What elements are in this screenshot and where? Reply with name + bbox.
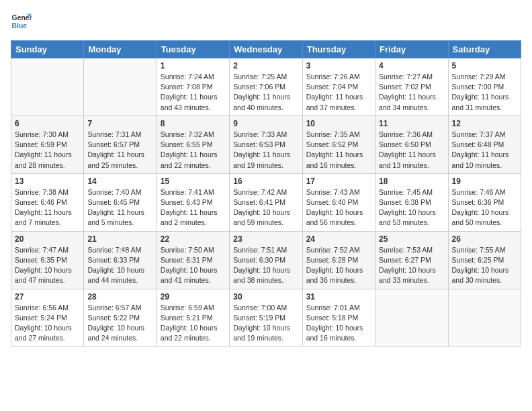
day-info: Sunrise: 7:25 AMSunset: 7:06 PMDaylight:… [233,72,298,113]
day-info: Sunrise: 7:52 AMSunset: 6:28 PMDaylight:… [306,245,371,286]
calendar-cell: 12Sunrise: 7:37 AMSunset: 6:48 PMDayligh… [448,116,521,173]
day-info: Sunrise: 7:30 AMSunset: 6:59 PMDaylight:… [15,130,80,171]
day-info: Sunrise: 7:26 AMSunset: 7:04 PMDaylight:… [306,72,371,113]
day-info: Sunrise: 7:53 AMSunset: 6:27 PMDaylight:… [379,245,444,286]
day-info: Sunrise: 7:50 AMSunset: 6:31 PMDaylight:… [161,245,226,286]
day-info: Sunrise: 7:55 AMSunset: 6:25 PMDaylight:… [452,245,517,286]
calendar-cell: 27Sunrise: 6:56 AMSunset: 5:24 PMDayligh… [11,289,84,347]
day-number: 17 [306,177,371,186]
day-info: Sunrise: 7:29 AMSunset: 7:00 PMDaylight:… [452,72,517,113]
day-info: Sunrise: 7:31 AMSunset: 6:57 PMDaylight:… [87,130,152,171]
day-number: 10 [306,119,371,128]
calendar-cell: 25Sunrise: 7:53 AMSunset: 6:27 PMDayligh… [375,231,448,289]
day-number: 5 [452,61,517,71]
weekday-header-tuesday: Tuesday [157,41,229,58]
day-number: 7 [87,119,152,128]
day-info: Sunrise: 6:56 AMSunset: 5:24 PMDaylight:… [15,303,80,344]
calendar-cell [375,289,448,347]
calendar-cell: 28Sunrise: 6:57 AMSunset: 5:22 PMDayligh… [84,289,157,347]
day-number: 22 [161,234,226,244]
day-number: 18 [379,177,444,186]
calendar-cell: 10Sunrise: 7:35 AMSunset: 6:52 PMDayligh… [302,116,375,173]
day-number: 26 [452,234,517,244]
day-info: Sunrise: 7:01 AMSunset: 5:18 PMDaylight:… [306,303,371,344]
day-number: 14 [87,177,152,186]
svg-text:Blue: Blue [12,22,28,30]
week-row-3: 13Sunrise: 7:38 AMSunset: 6:46 PMDayligh… [11,173,521,231]
day-info: Sunrise: 7:37 AMSunset: 6:48 PMDaylight:… [452,130,517,171]
day-number: 28 [87,292,152,302]
calendar-cell [84,58,157,116]
week-row-2: 6Sunrise: 7:30 AMSunset: 6:59 PMDaylight… [11,116,521,173]
calendar: SundayMondayTuesdayWednesdayThursdayFrid… [11,40,521,347]
day-info: Sunrise: 7:46 AMSunset: 6:36 PMDaylight:… [452,187,517,228]
weekday-header-wednesday: Wednesday [230,41,302,58]
calendar-cell: 4Sunrise: 7:27 AMSunset: 7:02 PMDaylight… [375,58,448,116]
day-number: 6 [15,119,80,128]
day-info: Sunrise: 7:48 AMSunset: 6:33 PMDaylight:… [87,245,152,286]
day-info: Sunrise: 7:33 AMSunset: 6:53 PMDaylight:… [233,130,298,171]
weekday-header-monday: Monday [84,41,157,58]
day-number: 21 [87,234,152,244]
calendar-cell: 13Sunrise: 7:38 AMSunset: 6:46 PMDayligh… [11,173,84,231]
day-number: 27 [15,292,80,302]
calendar-cell: 26Sunrise: 7:55 AMSunset: 6:25 PMDayligh… [448,231,521,289]
day-number: 4 [379,61,444,71]
calendar-cell: 18Sunrise: 7:45 AMSunset: 6:38 PMDayligh… [375,173,448,231]
calendar-cell: 20Sunrise: 7:47 AMSunset: 6:35 PMDayligh… [11,231,84,289]
day-number: 15 [161,177,226,186]
calendar-cell: 24Sunrise: 7:52 AMSunset: 6:28 PMDayligh… [302,231,375,289]
calendar-cell: 22Sunrise: 7:50 AMSunset: 6:31 PMDayligh… [157,231,229,289]
day-info: Sunrise: 7:00 AMSunset: 5:19 PMDaylight:… [233,303,298,344]
weekday-header-row: SundayMondayTuesdayWednesdayThursdayFrid… [11,41,521,58]
weekday-header-thursday: Thursday [302,41,375,58]
calendar-cell: 3Sunrise: 7:26 AMSunset: 7:04 PMDaylight… [302,58,375,116]
day-number: 23 [233,234,298,244]
day-info: Sunrise: 7:40 AMSunset: 6:45 PMDaylight:… [87,187,152,228]
day-number: 12 [452,119,517,128]
calendar-cell: 23Sunrise: 7:51 AMSunset: 6:30 PMDayligh… [230,231,302,289]
calendar-cell: 9Sunrise: 7:33 AMSunset: 6:53 PMDaylight… [230,116,302,173]
day-number: 19 [452,177,517,186]
calendar-cell: 17Sunrise: 7:43 AMSunset: 6:40 PMDayligh… [302,173,375,231]
calendar-cell: 1Sunrise: 7:24 AMSunset: 7:08 PMDaylight… [157,58,229,116]
calendar-cell: 21Sunrise: 7:48 AMSunset: 6:33 PMDayligh… [84,231,157,289]
calendar-cell: 15Sunrise: 7:41 AMSunset: 6:43 PMDayligh… [157,173,229,231]
day-number: 9 [233,119,298,128]
calendar-cell: 29Sunrise: 6:59 AMSunset: 5:21 PMDayligh… [157,289,229,347]
calendar-cell: 6Sunrise: 7:30 AMSunset: 6:59 PMDaylight… [11,116,84,173]
day-number: 16 [233,177,298,186]
day-number: 11 [379,119,444,128]
day-number: 2 [233,61,298,71]
day-info: Sunrise: 6:57 AMSunset: 5:22 PMDaylight:… [87,303,152,344]
day-info: Sunrise: 7:24 AMSunset: 7:08 PMDaylight:… [161,72,226,113]
day-info: Sunrise: 7:47 AMSunset: 6:35 PMDaylight:… [15,245,80,286]
calendar-cell: 5Sunrise: 7:29 AMSunset: 7:00 PMDaylight… [448,58,521,116]
day-info: Sunrise: 7:43 AMSunset: 6:40 PMDaylight:… [306,187,371,228]
day-number: 24 [306,234,371,244]
day-info: Sunrise: 7:42 AMSunset: 6:41 PMDaylight:… [233,187,298,228]
calendar-cell: 11Sunrise: 7:36 AMSunset: 6:50 PMDayligh… [375,116,448,173]
calendar-cell: 8Sunrise: 7:32 AMSunset: 6:55 PMDaylight… [157,116,229,173]
calendar-cell: 2Sunrise: 7:25 AMSunset: 7:06 PMDaylight… [230,58,302,116]
calendar-cell: 31Sunrise: 7:01 AMSunset: 5:18 PMDayligh… [302,289,375,347]
calendar-cell [448,289,521,347]
day-info: Sunrise: 7:35 AMSunset: 6:52 PMDaylight:… [306,130,371,171]
week-row-1: 1Sunrise: 7:24 AMSunset: 7:08 PMDaylight… [11,58,521,116]
week-row-4: 20Sunrise: 7:47 AMSunset: 6:35 PMDayligh… [11,231,521,289]
calendar-cell: 7Sunrise: 7:31 AMSunset: 6:57 PMDaylight… [84,116,157,173]
week-row-5: 27Sunrise: 6:56 AMSunset: 5:24 PMDayligh… [11,289,521,347]
calendar-cell [11,58,84,116]
day-info: Sunrise: 7:51 AMSunset: 6:30 PMDaylight:… [233,245,298,286]
day-number: 8 [161,119,226,128]
day-number: 3 [306,61,371,71]
day-info: Sunrise: 7:41 AMSunset: 6:43 PMDaylight:… [161,187,226,228]
day-number: 31 [306,292,371,302]
day-info: Sunrise: 7:45 AMSunset: 6:38 PMDaylight:… [379,187,444,228]
day-info: Sunrise: 6:59 AMSunset: 5:21 PMDaylight:… [161,303,226,344]
calendar-cell: 30Sunrise: 7:00 AMSunset: 5:19 PMDayligh… [230,289,302,347]
day-info: Sunrise: 7:27 AMSunset: 7:02 PMDaylight:… [379,72,444,113]
day-number: 1 [161,61,226,71]
weekday-header-saturday: Saturday [448,41,521,58]
logo-icon: General Blue [11,11,32,32]
